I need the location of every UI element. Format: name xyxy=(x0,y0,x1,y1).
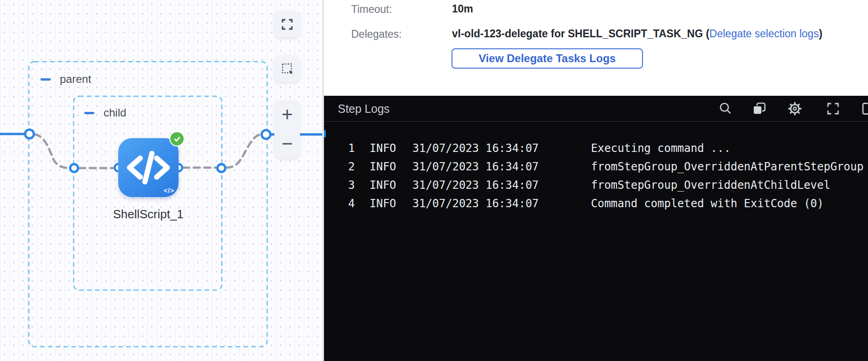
log-level: INFO xyxy=(355,194,412,213)
log-lines: 1 INFO 31/07/2023 16:34:07 Executing com… xyxy=(324,139,868,213)
log-level: INFO xyxy=(355,157,412,176)
log-line: 4 INFO 31/07/2023 16:34:07 Command compl… xyxy=(324,194,868,213)
step-name-label: ShellScript_1 xyxy=(113,207,183,221)
log-line-number: 1 xyxy=(324,139,355,157)
settings-gear-icon[interactable] xyxy=(787,101,803,116)
canvas-marquee-select-button[interactable] xyxy=(274,55,300,82)
log-timestamp: 31/07/2023 16:34:07 xyxy=(412,157,591,176)
log-level: INFO xyxy=(355,139,412,157)
log-line-number: 2 xyxy=(324,157,355,176)
shell-script-type-icon: </> xyxy=(164,187,174,194)
log-message: fromStepGroup_OverriddenAtChildLevel xyxy=(591,176,868,194)
log-message: Executing command ... xyxy=(591,139,868,157)
collapse-child-group-icon[interactable] xyxy=(84,112,94,114)
timeout-label: Timeout: xyxy=(351,3,392,16)
log-level: INFO xyxy=(355,176,412,194)
log-line-number: 3 xyxy=(324,176,355,194)
step-logs-title: Step Logs xyxy=(338,102,390,115)
child-stepgroup-label: child xyxy=(104,106,126,119)
log-line: 1 INFO 31/07/2023 16:34:07 Executing com… xyxy=(324,139,868,157)
parent-stepgroup-border xyxy=(29,62,267,347)
timeout-value: 10m xyxy=(452,3,473,15)
delegates-value: vl-old-123-delegate for SHELL_SCRIPT_TAS… xyxy=(452,28,822,40)
zoom-out-button[interactable]: − xyxy=(274,129,300,158)
delegates-value-close-paren: ) xyxy=(819,28,822,40)
log-line: 3 INFO 31/07/2023 16:34:07 fromStepGroup… xyxy=(324,176,868,194)
step-logs-header: Step Logs xyxy=(324,96,868,122)
log-message: fromStepGroup_OverriddenAtParentStepGrou… xyxy=(591,157,868,176)
log-line-number: 4 xyxy=(324,194,355,213)
expand-fullscreen-icon[interactable] xyxy=(825,101,841,116)
view-delegate-tasks-logs-button[interactable]: View Delegate Tasks Logs xyxy=(451,48,643,69)
log-line: 2 INFO 31/07/2023 16:34:07 fromStepGroup… xyxy=(324,157,868,176)
delegate-selection-logs-link[interactable]: Delegate selection logs xyxy=(709,28,819,40)
fullscreen-icon xyxy=(279,17,295,32)
open-in-new-icon[interactable] xyxy=(860,101,868,116)
marquee-select-icon xyxy=(279,61,295,76)
log-scroll-indicator xyxy=(324,130,326,137)
pipeline-canvas[interactable]: parent child </> ShellScript_1 xyxy=(0,0,322,361)
search-icon[interactable] xyxy=(718,101,733,116)
canvas-fullscreen-button[interactable] xyxy=(274,11,300,38)
step-details-pane: Timeout: 10m Delegates: vl-old-123-deleg… xyxy=(324,0,868,361)
delegates-label: Delegates: xyxy=(351,28,402,41)
canvas-zoom-controls: + − xyxy=(274,100,300,158)
log-timestamp: 31/07/2023 16:34:07 xyxy=(412,176,591,194)
parent-stepgroup-header[interactable]: parent xyxy=(41,73,91,86)
step-logs-panel: Step Logs xyxy=(324,96,868,361)
shellscript-step-node[interactable]: </> xyxy=(118,138,179,197)
success-check-icon xyxy=(169,131,185,146)
child-stepgroup-header[interactable]: child xyxy=(84,106,126,119)
delegates-value-text: vl-old-123-delegate for SHELL_SCRIPT_TAS… xyxy=(452,28,709,40)
log-timestamp: 31/07/2023 16:34:07 xyxy=(412,139,591,157)
copy-icon[interactable] xyxy=(752,101,767,116)
zoom-in-button[interactable]: + xyxy=(274,100,300,129)
collapse-parent-group-icon[interactable] xyxy=(41,78,51,81)
parent-stepgroup-label: parent xyxy=(60,73,91,86)
log-timestamp: 31/07/2023 16:34:07 xyxy=(412,194,591,213)
pipeline-execution-view: parent child </> ShellScript_1 xyxy=(0,0,868,361)
log-message: Command completed with ExitCode (0) xyxy=(591,194,868,213)
